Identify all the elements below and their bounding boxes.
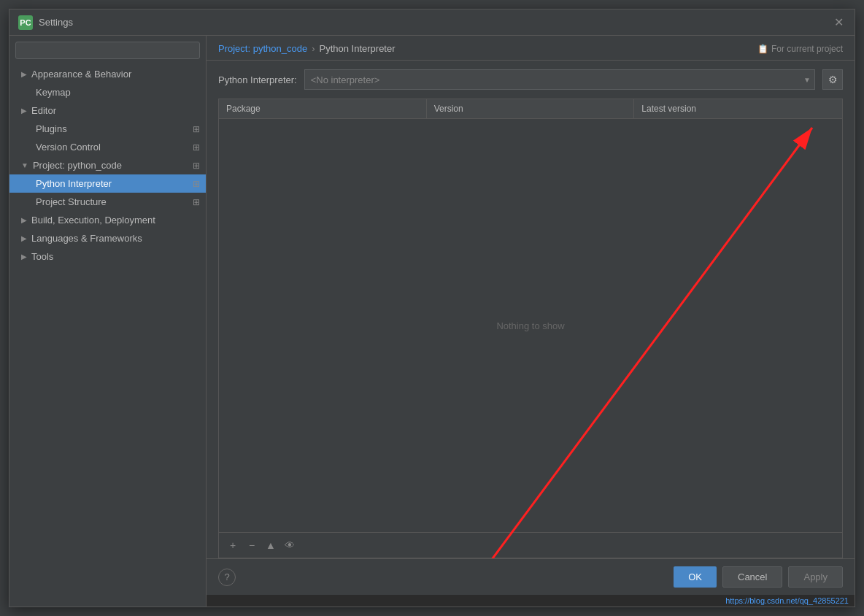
sidebar-item-project[interactable]: ▼ Project: python_code ⊞: [9, 156, 206, 174]
sidebar-item-label: Version Control: [36, 142, 101, 153]
dialog-body: ▶ Appearance & Behavior Keymap ▶ Editor …: [9, 36, 855, 607]
tag-icon: 📋: [757, 44, 768, 54]
empty-message: Nothing to show: [496, 320, 564, 331]
table-header: Package Version Latest version: [219, 99, 842, 119]
latest-version-column-header: Latest version: [634, 99, 842, 118]
sidebar-item-label: Plugins: [36, 123, 67, 134]
interpreter-row: Python Interpreter: <No interpreter> ▼ ⚙: [207, 61, 855, 99]
interpreter-select-wrapper: <No interpreter> ▼: [304, 69, 815, 90]
for-current-project-tag: 📋 For current project: [757, 44, 843, 54]
plugin-icon: ⊞: [193, 124, 200, 134]
chevron-right-icon: ▶: [21, 253, 27, 261]
package-column-header: Package: [219, 99, 427, 118]
upgrade-package-button[interactable]: ▲: [263, 537, 279, 553]
packages-table: Package Version Latest version Nothing t…: [218, 99, 843, 558]
breadcrumb: Project: python_code › Python Interprete…: [207, 36, 855, 61]
project-icon: ⊞: [193, 161, 200, 171]
sidebar-item-editor[interactable]: ▶ Editor: [9, 101, 206, 120]
sidebar-item-plugins[interactable]: Plugins ⊞: [9, 120, 206, 138]
sidebar-item-languages[interactable]: ▶ Languages & Frameworks: [9, 229, 206, 247]
sidebar-item-keymap[interactable]: Keymap: [9, 83, 206, 101]
sidebar-item-label: Build, Execution, Deployment: [31, 215, 155, 226]
eye-icon: 👁: [285, 539, 295, 551]
cancel-button[interactable]: Cancel: [722, 566, 782, 588]
bottom-bar: ? OK Cancel Apply: [207, 558, 855, 595]
sidebar-item-label: Tools: [31, 251, 53, 262]
main-content: Project: python_code › Python Interprete…: [207, 36, 855, 607]
chevron-down-icon: ▶: [21, 70, 27, 78]
remove-package-button[interactable]: −: [244, 537, 260, 553]
sidebar-item-label: Appearance & Behavior: [31, 69, 131, 80]
sidebar-item-tools[interactable]: ▶ Tools: [9, 247, 206, 266]
interpreter-label: Python Interpreter:: [218, 74, 297, 85]
chevron-right-icon: ▶: [21, 216, 27, 224]
table-toolbar: + − ▲ 👁: [219, 532, 842, 558]
sidebar-item-label: Keymap: [36, 87, 71, 98]
sidebar: ▶ Appearance & Behavior Keymap ▶ Editor …: [9, 36, 207, 607]
interpreter-dropdown[interactable]: <No interpreter>: [304, 69, 815, 90]
sidebar-item-project-structure[interactable]: Project Structure ⊞: [9, 193, 206, 211]
title-bar: PC Settings ✕: [9, 9, 855, 36]
app-icon: PC: [18, 15, 33, 30]
status-bar: https://blog.csdn.net/qq_42855221: [207, 595, 855, 607]
settings-dialog: PC Settings ✕ ▶ Appearance & Behavior Ke…: [9, 9, 855, 607]
action-buttons: OK Cancel Apply: [674, 566, 843, 588]
sidebar-item-label: Python Interpreter: [36, 178, 112, 189]
structure-icon: ⊞: [193, 197, 200, 207]
breadcrumb-current: Python Interpreter: [319, 43, 395, 54]
breadcrumb-separator: ›: [312, 43, 315, 54]
sidebar-item-label: Languages & Frameworks: [31, 233, 142, 244]
content-area: Package Version Latest version Nothing t…: [207, 99, 855, 558]
breadcrumb-project-link[interactable]: Project: python_code: [218, 43, 307, 54]
apply-button[interactable]: Apply: [788, 566, 843, 588]
sidebar-item-build[interactable]: ▶ Build, Execution, Deployment: [9, 211, 206, 229]
show-details-button[interactable]: 👁: [282, 537, 298, 553]
table-body: Nothing to show: [219, 119, 842, 532]
interpreter-icon: ⊞: [193, 179, 200, 189]
sidebar-item-label: Editor: [31, 105, 56, 116]
close-button[interactable]: ✕: [831, 15, 846, 30]
sidebar-item-appearance[interactable]: ▶ Appearance & Behavior: [9, 65, 206, 83]
sidebar-item-label: Project Structure: [36, 196, 107, 207]
status-url: https://blog.csdn.net/qq_42855221: [725, 596, 849, 605]
sidebar-item-version-control[interactable]: Version Control ⊞: [9, 138, 206, 156]
sidebar-item-python-interpreter[interactable]: Python Interpreter ⊞: [9, 174, 206, 193]
search-input[interactable]: [15, 42, 200, 59]
chevron-down-icon: ▼: [21, 161, 28, 169]
title-bar-left: PC Settings: [18, 15, 73, 30]
dialog-title: Settings: [39, 17, 73, 28]
gear-icon: ⚙: [828, 74, 838, 85]
add-package-button[interactable]: +: [225, 537, 241, 553]
gear-button[interactable]: ⚙: [822, 69, 843, 90]
ok-button[interactable]: OK: [674, 566, 717, 588]
tag-text: For current project: [771, 44, 843, 54]
chevron-right-icon: ▶: [21, 234, 27, 242]
version-column-header: Version: [427, 99, 635, 118]
vcs-icon: ⊞: [193, 142, 200, 153]
chevron-right-icon: ▶: [21, 107, 27, 115]
sidebar-item-label: Project: python_code: [33, 160, 122, 171]
help-button[interactable]: ?: [218, 569, 236, 586]
